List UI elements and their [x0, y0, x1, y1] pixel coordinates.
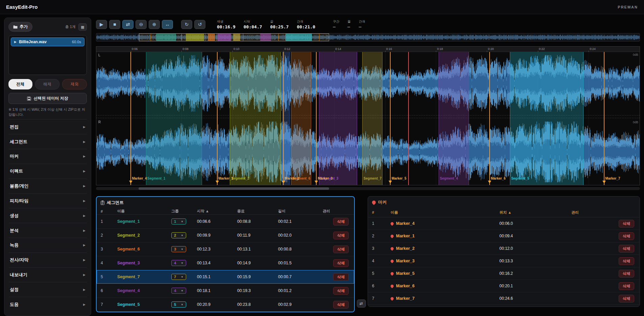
table-row[interactable]: 2Marker_100:09.4삭제 — [368, 230, 640, 242]
delete-marker-button[interactable]: 삭제 — [619, 220, 634, 228]
group-select[interactable]: 5▼ — [171, 301, 186, 308]
segment-name: Segment_7 — [117, 274, 171, 279]
gridline — [487, 52, 487, 185]
table-row[interactable]: 7Segment_55▼00:20.900:23.800:02.9삭제 — [97, 298, 354, 312]
group-select[interactable]: 2▼ — [171, 232, 186, 238]
marker-line — [489, 52, 490, 185]
sidebar-item-edit[interactable]: 편집▶ — [8, 119, 87, 134]
segment-start: 00:20.9 — [197, 302, 237, 307]
sidebar-item-marker[interactable]: 마커▶ — [8, 149, 87, 164]
group-select[interactable]: 4▼ — [171, 260, 186, 266]
delete-marker-button[interactable]: 삭제 — [619, 257, 634, 265]
file-item[interactable]: ▶ BillieJean.wav 60.0s — [11, 37, 84, 46]
segment-region-label: Segment_2 — [231, 177, 249, 180]
group-select-value: 4 — [174, 289, 176, 293]
delete-marker-button[interactable]: 삭제 — [619, 245, 634, 253]
group-select[interactable]: 3▼ — [171, 246, 186, 252]
delete-marker-button[interactable]: 삭제 — [619, 232, 634, 240]
delete-marker-button[interactable]: 삭제 — [619, 295, 634, 302]
ruler-tick — [436, 51, 436, 52]
exclude-button[interactable]: 제외 — [62, 79, 87, 89]
table-row[interactable]: 1Segment_11▼00:06.600:08.800:02.1삭제 — [97, 215, 354, 229]
marker-name-text: Marker_1 — [396, 234, 415, 238]
table-row[interactable]: 3Segment_63▼00:12.300:13.100:00.8삭제 — [97, 242, 354, 256]
group-select[interactable]: 4▼ — [171, 288, 186, 294]
time-ruler[interactable]: 0:060:080:100:120:140:160:180:200:220:24 — [96, 47, 640, 52]
minimap[interactable] — [96, 33, 640, 42]
chevron-down-icon: ▼ — [181, 289, 183, 292]
table-row[interactable]: 6Segment_44▼00:18.100:19.300:01.2삭제 — [97, 284, 354, 298]
row-number: 6 — [372, 284, 391, 288]
sidebar-item-volume-gain[interactable]: 볼륨/게인▶ — [8, 179, 87, 193]
segment-region[interactable]: Segment_4 — [439, 52, 469, 185]
segment-region[interactable]: Segment_5 — [510, 52, 584, 185]
delete-segment-button[interactable]: 삭제 — [333, 218, 349, 226]
sidebar-item-pitch-time[interactable]: 피치/타임▶ — [8, 193, 87, 208]
sidebar-item-export[interactable]: 내보내기▶ — [8, 267, 87, 282]
marker-position: 00:24.6 — [499, 296, 571, 301]
scrollbar-thumb[interactable] — [139, 187, 329, 190]
horizontal-scrollbar[interactable] — [96, 187, 640, 190]
table-row[interactable]: 4Segment_34▼00:13.400:14.900:01.5삭제 — [97, 256, 354, 270]
segments-table-body: 1Segment_11▼00:06.600:08.800:02.1삭제2Segm… — [97, 215, 354, 312]
delete-marker-button[interactable]: 삭제 — [619, 270, 634, 278]
table-row[interactable]: 2Segment_22▼00:09.900:11.900:02.0삭제 — [97, 229, 354, 242]
save-selected-button[interactable]: 선택된 데이터 저장 — [8, 93, 87, 104]
toolbar-reset-view-button[interactable]: ↺ — [194, 20, 205, 29]
sidebar-item-record[interactable]: 녹음▶ — [8, 238, 87, 253]
minimap-view-window[interactable] — [139, 33, 329, 41]
table-row[interactable]: 7Marker_700:24.6삭제 — [368, 292, 640, 305]
marker-name-text: Marker_2 — [396, 246, 415, 251]
segment-region[interactable]: Segment_7 — [362, 52, 382, 185]
toolbar-play-button[interactable]: ▶ — [96, 20, 107, 29]
swap-panels-button[interactable]: ⇄ — [357, 299, 366, 308]
table-row[interactable]: 1Marker_400:06.0삭제 — [368, 217, 640, 230]
segment-end: 00:23.8 — [237, 302, 278, 307]
deselect-button[interactable]: 해제 — [35, 79, 60, 89]
waveform-display[interactable]: 0:060:080:100:120:140:160:180:200:220:24… — [96, 46, 640, 185]
delete-segment-button[interactable]: 삭제 — [333, 232, 349, 239]
table-row[interactable]: 6Marker_600:20.1삭제 — [368, 280, 640, 292]
markers-column-header: 관리 — [571, 210, 636, 215]
sidebar-item-transcribe-subtitle[interactable]: 전사/자막▶ — [8, 253, 87, 267]
group-select[interactable]: 1▼ — [171, 218, 186, 225]
sidebar-item-settings[interactable]: 설정▶ — [8, 282, 87, 297]
sidebar-item-generate[interactable]: 생성▶ — [8, 208, 87, 223]
delete-segment-button[interactable]: 삭제 — [333, 301, 349, 309]
delete-segment-button[interactable]: 삭제 — [333, 245, 349, 253]
toolbar-stop-button[interactable]: ■ — [109, 20, 120, 29]
segment-region[interactable]: Segment_2 — [230, 52, 281, 185]
segment-region[interactable]: Segment_3 — [319, 52, 357, 185]
layout-toggle-button[interactable]: ▦ — [78, 23, 87, 31]
marker-label: Marker_1 — [219, 177, 233, 180]
sidebar-item-analyze[interactable]: 분석▶ — [8, 223, 87, 238]
toolbar-repeat-button[interactable]: ↻ — [181, 20, 192, 29]
stat-value: — — [347, 24, 350, 29]
sidebar-item-segment[interactable]: 세그먼트▶ — [8, 134, 87, 149]
sidebar-item-effect[interactable]: 이펙트▶ — [8, 164, 87, 179]
sidebar-item-label: 도움 — [10, 301, 19, 308]
playhead[interactable] — [408, 47, 409, 185]
table-row[interactable]: 5Segment_77▼00:15.100:15.900:00.7삭제 — [97, 270, 354, 284]
add-file-button[interactable]: 추가 — [8, 22, 32, 32]
delete-segment-button[interactable]: 삭제 — [333, 273, 349, 281]
delete-segment-button[interactable]: 삭제 — [333, 259, 349, 267]
chevron-right-icon: ▶ — [83, 273, 85, 276]
table-row[interactable]: 4Marker_300:13.3삭제 — [368, 255, 640, 267]
delete-marker-button[interactable]: 삭제 — [619, 282, 634, 290]
toolbar-zoom-fit-button[interactable]: ↔ — [162, 20, 173, 29]
delete-segment-button[interactable]: 삭제 — [333, 287, 349, 295]
group-select[interactable]: 7▼ — [171, 274, 186, 280]
stat-value: — — [333, 24, 336, 29]
segments-panel: 세그먼트 #이름그룹시작 ▲종료길이관리 1Segment_11▼00:06.6… — [96, 196, 355, 312]
toolbar-zoom-out-button[interactable]: ⊖ — [135, 20, 147, 29]
marker-label: Marker_4 — [132, 177, 147, 180]
toolbar-zoom-in-button[interactable]: ⊕ — [149, 20, 160, 29]
toolbar-loop-button[interactable]: ⇄ — [122, 20, 133, 29]
table-row[interactable]: 3Marker_200:12.0삭제 — [368, 242, 640, 255]
segment-region[interactable]: Segment_6 — [291, 52, 311, 185]
segment-region[interactable]: Segment_1 — [146, 52, 202, 185]
sidebar-item-help[interactable]: 도움▶ — [8, 297, 87, 312]
table-row[interactable]: 5Marker_500:16.2삭제 — [368, 267, 640, 280]
select-all-button[interactable]: 전체 — [8, 79, 32, 89]
